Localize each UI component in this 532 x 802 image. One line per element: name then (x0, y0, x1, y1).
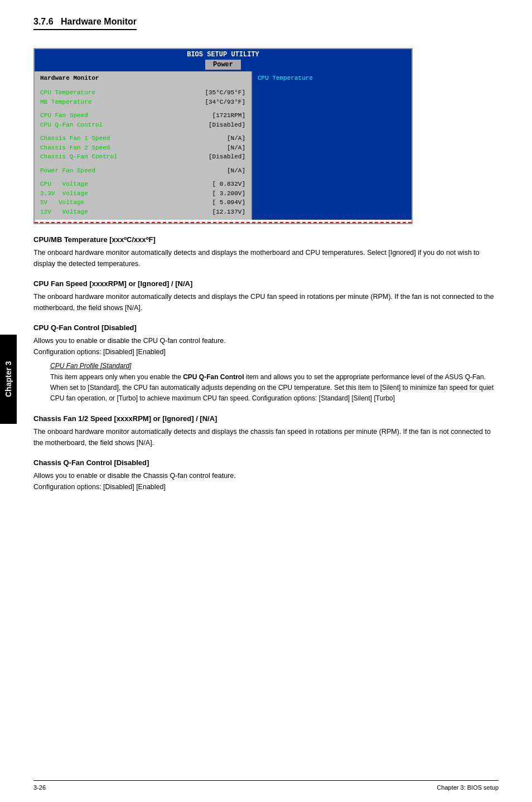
bios-sidebar: CPU Temperature (252, 71, 412, 220)
bios-label-mb-temp: MB Temperature (40, 98, 129, 107)
body-text-cpu-fan-speed: The onboard hardware monitor automatical… (33, 293, 494, 312)
bios-dashed-border (35, 222, 412, 223)
subsection-title-cpu-qfan: CPU Q-Fan Control [Disabled] (33, 323, 499, 332)
subsection-title-cpu-mb-temp: CPU/MB Temperature [xxxºC/xxxºF] (33, 235, 499, 244)
bios-power-tab[interactable]: Power (205, 60, 241, 70)
title-text-chassis-fan-speed: Chassis Fan 1/2 Speed [xxxxRPM] or [Igno… (33, 414, 217, 423)
sub-subsection-title-cpu-fan-profile: CPU Fan Profile [Standard] (50, 362, 499, 370)
bios-value-power-fan: [N/A] (227, 166, 245, 176)
title-text-cpu-qfan: CPU Q-Fan Control [Disabled] (33, 323, 137, 332)
bios-row-chassis-fan1[interactable]: Chassis Fan 1 Speed [N/A] (40, 134, 245, 143)
bios-label-power-fan: Power Fan Speed (40, 166, 129, 176)
bios-row-cpu-fan-speed[interactable]: CPU Fan Speed [1721RPM] (40, 111, 245, 120)
bios-utility-box: BIOS SETUP UTILITY Power Hardware Monito… (33, 48, 413, 224)
bios-value-chassis-qfan: [Disabled] (209, 152, 245, 162)
subsection-title-chassis-fan-speed: Chassis Fan 1/2 Speed [xxxxRPM] or [Igno… (33, 414, 499, 423)
bios-row-chassis-qfan[interactable]: Chassis Q-Fan Control [Disabled] (40, 152, 245, 162)
subsection-title-chassis-qfan: Chassis Q-Fan Control [Disabled] (33, 458, 499, 467)
bios-value-chassis-fan1: [N/A] (227, 134, 245, 143)
bios-row-cpu-temp[interactable]: CPU Temperature [35°C/95°F] (40, 88, 245, 98)
bios-label-cpu-fan-speed: CPU Fan Speed (40, 111, 129, 120)
bios-label-chassis-fan2: Chassis Fan 2 Speed (40, 143, 129, 153)
subsection-body-cpu-qfan: Allows you to enable or disable the CPU … (33, 335, 499, 357)
bios-value-mb-temp: [34°C/93°F] (205, 98, 245, 107)
section-heading: Hardware Monitor (61, 17, 137, 26)
bios-value-cpu-fan-speed: [1721RPM] (212, 111, 245, 120)
section-chassis-fan-speed: Chassis Fan 1/2 Speed [xxxxRPM] or [Igno… (33, 414, 499, 448)
bios-value-12v-voltage: [12.137V] (212, 207, 245, 217)
footer-chapter-ref: Chapter 3: BIOS setup (437, 784, 499, 791)
subsection-body-cpu-fan-speed: The onboard hardware monitor automatical… (33, 291, 499, 313)
bios-title: BIOS SETUP UTILITY (35, 51, 412, 59)
bios-row-5v-voltage[interactable]: 5V Voltage [ 5.094V] (40, 198, 245, 207)
bios-row-mb-temp[interactable]: MB Temperature [34°C/93°F] (40, 98, 245, 107)
subsection-body-chassis-fan-speed: The onboard hardware monitor automatical… (33, 426, 499, 448)
bios-value-cpu-temp: [35°C/95°F] (205, 88, 245, 98)
bios-label-33v-voltage: 3.3V Voltage (40, 189, 129, 199)
bios-value-5v-voltage: [ 5.094V] (212, 198, 245, 207)
page-footer: 3-26 Chapter 3: BIOS setup (33, 780, 499, 791)
section-cpu-mb-temp: CPU/MB Temperature [xxxºC/xxxºF] The onb… (33, 235, 499, 269)
subsection-body-chassis-qfan: Allows you to enable or disable the Chas… (33, 470, 499, 492)
bios-row-chassis-fan2[interactable]: Chassis Fan 2 Speed [N/A] (40, 143, 245, 153)
bios-row-33v-voltage[interactable]: 3.3V Voltage [ 3.200V] (40, 189, 245, 199)
title-text-chassis-qfan: Chassis Q-Fan Control [Disabled] (33, 458, 149, 467)
bios-label-cpu-voltage: CPU Voltage (40, 180, 129, 189)
bios-sidebar-text: CPU Temperature (258, 75, 313, 81)
bios-row-cpu-qfan[interactable]: CPU Q-Fan Control [Disabled] (40, 120, 245, 130)
bios-row-cpu-voltage[interactable]: CPU Voltage [ 0.832V] (40, 180, 245, 189)
title-text-cpu-fan-profile: CPU Fan Profile [Standard] (50, 362, 131, 370)
bios-value-cpu-voltage: [ 0.832V] (212, 180, 245, 189)
bios-value-cpu-qfan: [Disabled] (209, 120, 245, 130)
bios-label-cpu-qfan: CPU Q-Fan Control (40, 120, 129, 130)
subsection-title-cpu-fan-speed: CPU Fan Speed [xxxxRPM] or [Ignored] / [… (33, 279, 499, 288)
sub-subsection-body-cpu-fan-profile: This item appears only when you enable t… (50, 372, 499, 404)
bios-header: BIOS SETUP UTILITY Power (35, 49, 412, 71)
bios-label-chassis-qfan: Chassis Q-Fan Control (40, 152, 129, 162)
bios-row-power-fan[interactable]: Power Fan Speed [N/A] (40, 166, 245, 176)
section-number: 3.7.6 (33, 17, 54, 26)
footer-page-number: 3-26 (33, 784, 46, 791)
body-text-chassis-fan-speed: The onboard hardware monitor automatical… (33, 428, 491, 447)
bios-label-12v-voltage: 12V Voltage (40, 207, 129, 217)
section-cpu-fan-speed: CPU Fan Speed [xxxxRPM] or [Ignored] / [… (33, 279, 499, 313)
section-chassis-qfan-control: Chassis Q-Fan Control [Disabled] Allows … (33, 458, 499, 492)
bios-section-label: Hardware Monitor (40, 75, 245, 81)
bios-main-panel: Hardware Monitor CPU Temperature [35°C/9… (35, 71, 252, 220)
title-text-cpu-mb-temp: CPU/MB Temperature [xxxºC/xxxºF] (33, 235, 156, 244)
bios-label-cpu-temp: CPU Temperature (40, 88, 129, 98)
bios-value-chassis-fan2: [N/A] (227, 143, 245, 153)
subsection-body-cpu-mb-temp: The onboard hardware monitor automatical… (33, 247, 499, 269)
section-title: 3.7.6 Hardware Monitor (33, 17, 137, 30)
bios-row-12v-voltage[interactable]: 12V Voltage [12.137V] (40, 207, 245, 217)
body-text-cpu-mb-temp: The onboard hardware monitor automatical… (33, 249, 480, 268)
section-cpu-qfan-control: CPU Q-Fan Control [Disabled] Allows you … (33, 323, 499, 404)
bios-label-5v-voltage: 5V Voltage (40, 198, 129, 207)
bios-value-33v-voltage: [ 3.200V] (212, 189, 245, 199)
bios-label-chassis-fan1: Chassis Fan 1 Speed (40, 134, 129, 143)
title-text-cpu-fan-speed: CPU Fan Speed [xxxxRPM] or [Ignored] / [… (33, 279, 192, 288)
